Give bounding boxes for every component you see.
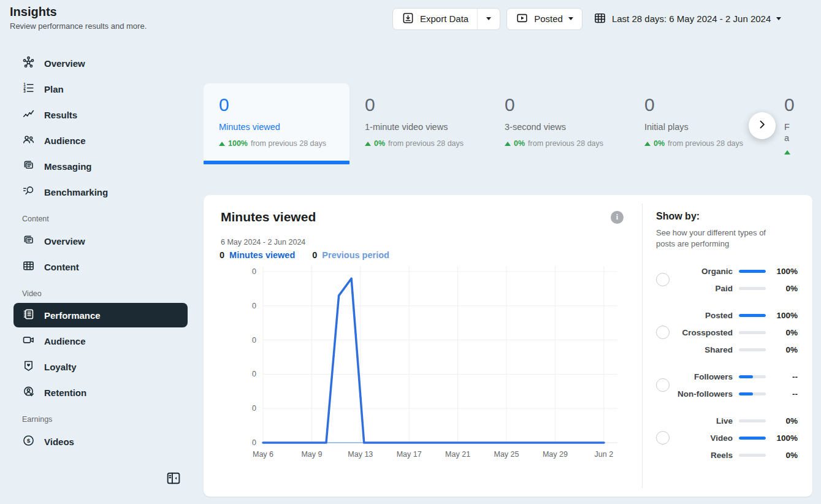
metric-value: 0 xyxy=(365,94,489,115)
radio-button[interactable] xyxy=(656,326,670,339)
svg-text:May 13: May 13 xyxy=(348,450,373,459)
sidebar: Overview 123 Plan Results Audience Messa… xyxy=(0,50,202,454)
sidebar-item-content-overview[interactable]: Overview xyxy=(0,228,202,254)
svg-text:Jun 2: Jun 2 xyxy=(595,450,614,459)
sidebar-item-label: Benchmarking xyxy=(44,187,108,197)
show-by-group-live-video-reels: Live 0% Video 100% Reels 0% xyxy=(656,412,798,464)
legend-bar xyxy=(739,392,766,395)
sidebar-item-label: Messaging xyxy=(44,161,92,172)
metric-card-minutes-viewed[interactable]: 0 Minutes viewed 100% from previous 28 d… xyxy=(204,83,349,164)
svg-text:May 9: May 9 xyxy=(301,450,322,459)
sidebar-item-label: Overview xyxy=(44,58,85,69)
svg-text:0: 0 xyxy=(252,336,256,345)
metric-card-1-minute-video-views[interactable]: 0 1-minute video views 0% from previous … xyxy=(349,83,489,164)
date-range-selector[interactable]: Last 28 days: 6 May 2024 - 2 Jun 2024 xyxy=(594,12,781,26)
dollar-circle-icon: $ xyxy=(22,434,35,449)
date-range-label: Last 28 days: 6 May 2024 - 2 Jun 2024 xyxy=(612,13,771,24)
metric-label: F a xyxy=(784,121,821,143)
svg-text:May 6: May 6 xyxy=(253,450,273,459)
show-by-row: Followers -- xyxy=(675,368,798,385)
posted-filter-label: Posted xyxy=(534,13,563,24)
show-by-row: Non-followers -- xyxy=(675,385,798,402)
sidebar-item-label: Content xyxy=(44,262,79,272)
metric-card-initial-plays[interactable]: 0 Initial plays 0% from previous 28 days xyxy=(629,83,769,164)
up-arrow-icon xyxy=(505,142,511,146)
metrics-next-button[interactable] xyxy=(749,112,776,139)
search-lines-icon xyxy=(22,185,35,199)
numbered-list-icon: 123 xyxy=(22,82,35,96)
chat-cards-icon xyxy=(22,159,35,174)
radio-button[interactable] xyxy=(656,431,670,445)
caret-down-icon xyxy=(486,17,491,20)
legend-bar xyxy=(739,419,766,422)
sidebar-item-messaging[interactable]: Messaging xyxy=(0,153,202,179)
metric-value: 0 xyxy=(784,94,821,115)
collapse-sidebar-icon[interactable] xyxy=(166,470,183,487)
sidebar-item-audience[interactable]: Audience xyxy=(0,128,202,153)
metric-change: 0% from previous 28 days xyxy=(505,139,629,148)
download-tray-icon xyxy=(402,12,414,26)
legend-bar xyxy=(739,331,766,334)
radio-button[interactable] xyxy=(656,378,670,392)
info-icon[interactable]: i xyxy=(611,211,624,224)
sidebar-item-label: Results xyxy=(44,110,77,120)
caret-down-icon xyxy=(568,17,573,20)
show-by-row: Live 0% xyxy=(675,412,798,429)
metric-card-partial[interactable]: 0 F a xyxy=(769,83,821,164)
sidebar-item-loyalty[interactable]: Loyalty xyxy=(0,354,202,380)
svg-text:0: 0 xyxy=(252,438,256,447)
page-subtitle: Review performance results and more. xyxy=(10,21,147,31)
legend-bar xyxy=(739,270,766,273)
svg-text:3: 3 xyxy=(23,89,26,93)
svg-text:May 25: May 25 xyxy=(494,450,519,459)
show-by-panel: Show by: See how your different types of… xyxy=(643,195,812,497)
sidebar-item-content[interactable]: Content xyxy=(0,254,202,280)
sidebar-item-performance[interactable]: Performance xyxy=(13,303,188,327)
svg-text:0: 0 xyxy=(252,404,256,413)
journal-icon xyxy=(22,308,35,323)
svg-text:May 17: May 17 xyxy=(397,450,422,459)
show-by-group-organic-paid: Organic 100% Paid 0% xyxy=(656,262,798,297)
sidebar-item-retention[interactable]: Retention xyxy=(0,380,202,405)
sidebar-item-label: Retention xyxy=(44,388,86,398)
show-by-description: See how your different types of posts ar… xyxy=(656,227,782,250)
sidebar-item-results[interactable]: Results xyxy=(0,102,202,128)
svg-text:$: $ xyxy=(27,437,31,444)
people-icon xyxy=(22,133,35,148)
sidebar-section-content: Content xyxy=(0,215,202,223)
sidebar-item-video-audience[interactable]: Audience xyxy=(0,328,202,354)
toolbar: Export Data Posted Last 28 days: 6 May 2… xyxy=(392,7,781,30)
show-by-group-posted-crossposted-shared: Posted 100% Crossposted 0% Shared 0% xyxy=(656,307,798,358)
metric-label: Minutes viewed xyxy=(219,121,349,132)
export-data-button[interactable]: Export Data xyxy=(393,9,477,29)
network-icon xyxy=(22,56,35,71)
metric-change: 0% from previous 28 days xyxy=(644,139,769,148)
radio-button[interactable] xyxy=(656,273,670,286)
up-arrow-icon xyxy=(784,150,790,155)
svg-text:May 29: May 29 xyxy=(543,450,568,459)
sidebar-item-overview[interactable]: Overview xyxy=(0,50,202,76)
calendar-icon xyxy=(594,12,606,26)
chart-date-range: 6 May 2024 - 2 Jun 2024 xyxy=(221,238,305,246)
sidebar-item-plan[interactable]: 123 Plan xyxy=(0,76,202,102)
metric-cards-row: 0 Minutes viewed 100% from previous 28 d… xyxy=(204,83,821,164)
export-data-split-button: Export Data xyxy=(392,8,500,30)
export-options-dropdown[interactable] xyxy=(477,9,500,29)
metric-card-3-second-views[interactable]: 0 3-second views 0% from previous 28 day… xyxy=(489,83,629,164)
trend-chart-icon xyxy=(22,107,35,122)
sidebar-item-benchmarking[interactable]: Benchmarking xyxy=(0,179,202,205)
page-header: Insights Review performance results and … xyxy=(10,5,147,31)
page-title: Insights xyxy=(10,5,147,19)
metric-value: 0 xyxy=(219,94,349,115)
legend-bar xyxy=(739,437,766,440)
show-by-row: Organic 100% xyxy=(675,262,798,280)
badge-heart-icon xyxy=(22,359,35,374)
sidebar-item-videos-earnings[interactable]: $ Videos xyxy=(0,429,202,454)
sidebar-item-label: Loyalty xyxy=(44,362,77,372)
up-arrow-icon xyxy=(365,142,371,146)
posted-filter-button[interactable]: Posted xyxy=(506,8,582,30)
show-by-group-followers: Followers -- Non-followers -- xyxy=(656,368,798,402)
up-arrow-icon xyxy=(644,142,651,146)
export-data-label: Export Data xyxy=(420,13,468,24)
play-square-icon xyxy=(516,12,529,26)
